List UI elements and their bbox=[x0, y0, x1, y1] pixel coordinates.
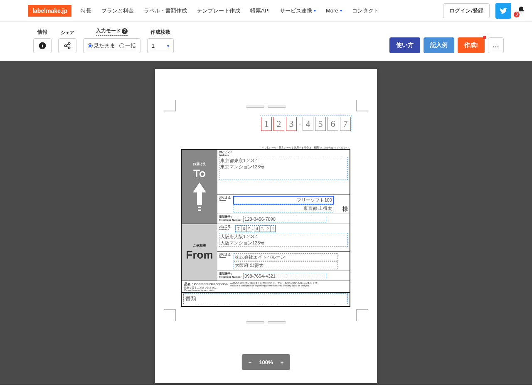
svg-rect-7 bbox=[198, 207, 201, 208]
field-label: おところ:Address bbox=[219, 225, 232, 231]
postal-cell[interactable]: 5 bbox=[315, 117, 326, 131]
mode-visual[interactable]: 見たまま bbox=[88, 42, 115, 49]
field-label: おなまえ:Name bbox=[219, 253, 232, 259]
svg-line-6 bbox=[66, 46, 68, 47]
toolbar-right: 使い方 記入例 作成! … bbox=[389, 37, 504, 53]
share-label: シェア bbox=[61, 30, 74, 36]
svg-point-3 bbox=[64, 45, 66, 47]
nav-more[interactable]: More▾ bbox=[326, 7, 342, 14]
crop-mark bbox=[356, 100, 368, 111]
from-section: ご依頼主 From おところ:Address 7 6 5 - 4 3 2 bbox=[182, 224, 350, 281]
twitter-button[interactable] bbox=[495, 3, 511, 19]
to-section: お届け先 To おところ:Address 東京都東京1-2-3-4東京マンション… bbox=[182, 150, 350, 224]
notification-badge: 3 bbox=[514, 12, 520, 17]
crop-mark bbox=[246, 321, 264, 323]
postal-cell[interactable]: 3 bbox=[259, 226, 265, 232]
nav-api[interactable]: 帳票API bbox=[250, 7, 270, 15]
to-name-input[interactable]: 東京都 出得太 bbox=[234, 205, 333, 212]
count-label: 作成枚数 bbox=[150, 29, 170, 36]
svg-line-5 bbox=[66, 44, 68, 45]
nav-integrations[interactable]: サービス連携▾ bbox=[280, 7, 316, 15]
share-button[interactable] bbox=[58, 38, 76, 53]
to-fields: おところ:Address 東京都東京1-2-3-4東京マンション123号 おなま… bbox=[217, 150, 350, 224]
dash: - bbox=[298, 120, 301, 128]
to-tel-input[interactable]: 123-3456-7890 bbox=[243, 216, 326, 222]
nav-pricing[interactable]: プランと料金 bbox=[101, 7, 134, 15]
postal-cell[interactable]: 6 bbox=[328, 117, 338, 131]
from-address-input[interactable]: 大阪府大阪1-2-3-4大阪マンション123号 bbox=[219, 233, 348, 247]
nav-features[interactable]: 特長 bbox=[81, 7, 91, 15]
svg-rect-8 bbox=[198, 210, 201, 211]
help-icon[interactable]: ? bbox=[122, 28, 128, 34]
dots-icon: … bbox=[493, 42, 499, 49]
crop-mark bbox=[164, 100, 176, 111]
nav-template-create[interactable]: テンプレート作成 bbox=[197, 7, 240, 15]
postal-cell[interactable]: 2 bbox=[265, 226, 270, 232]
share-icon bbox=[64, 42, 71, 49]
from-name-input[interactable]: 大阪府 出得太 bbox=[234, 261, 337, 269]
postal-cell[interactable]: 1 bbox=[270, 226, 276, 232]
notifications-button[interactable]: 3 bbox=[517, 6, 525, 16]
field-label: おところ:Address bbox=[219, 150, 348, 156]
to-address-row: おところ:Address 東京都東京1-2-3-4東京マンション123号 bbox=[217, 150, 350, 195]
info-icon: i bbox=[38, 42, 47, 50]
from-company-input[interactable]: 株式会社エイトバルーン bbox=[234, 253, 337, 261]
info-button[interactable]: i bbox=[33, 38, 52, 53]
example-button[interactable]: 記入例 bbox=[424, 37, 454, 53]
chevron-down-icon: ▾ bbox=[340, 8, 342, 13]
to-address-input[interactable]: 東京都東京1-2-3-4東京マンション123号 bbox=[219, 157, 348, 180]
header-left: labelmake.jp 特長 プランと料金 ラベル・書類作成 テンプレート作成… bbox=[28, 5, 379, 17]
contents-input[interactable]: 書類 bbox=[183, 293, 348, 304]
zoom-control: − 100% + bbox=[242, 354, 290, 370]
radio-on-icon bbox=[88, 43, 93, 48]
mode-bulk[interactable]: 一括 bbox=[119, 42, 136, 49]
nav-contact[interactable]: コンタクト bbox=[352, 7, 379, 15]
howto-button[interactable]: 使い方 bbox=[389, 37, 420, 53]
postal-cell[interactable]: 7 bbox=[340, 117, 351, 131]
contents-label: 品名：Contents Description bbox=[184, 282, 228, 286]
postal-cell[interactable]: 7 bbox=[236, 226, 241, 232]
crop-mark bbox=[268, 106, 286, 108]
from-tel-row: 電話番号:Telephone Number 098-7654-4321 bbox=[217, 271, 350, 281]
postal-cell[interactable]: 3 bbox=[286, 117, 297, 131]
contents-note2en: Cannot be used to send cash. bbox=[184, 289, 228, 291]
to-company-input[interactable]: フリーソフト100 bbox=[234, 196, 333, 204]
to-postal-code[interactable]: 1 2 3 - 4 5 6 7 bbox=[260, 116, 352, 132]
postal-cell[interactable]: 1 bbox=[261, 117, 272, 131]
mode-label: 入力モード? bbox=[96, 27, 128, 36]
postal-cell[interactable]: 4 bbox=[254, 226, 259, 232]
zoom-in-button[interactable]: + bbox=[281, 359, 284, 365]
info-group: 情報 i bbox=[33, 29, 52, 53]
from-name-row: おなまえ:Name 株式会社エイトバルーン 大阪府 出得太 bbox=[217, 252, 350, 271]
crop-mark bbox=[356, 309, 368, 321]
postal-cell[interactable]: 5 bbox=[246, 226, 252, 232]
page[interactable]: 1 2 3 - 4 5 6 7 ※て名シール、荷主シールを使用する場合は、範囲内… bbox=[155, 69, 377, 383]
twitter-icon bbox=[500, 7, 507, 15]
toolbar-left: 情報 i シェア 入力モード? 見たまま 一括 作成枚数 1▾ bbox=[33, 27, 174, 53]
sama-label: 様 bbox=[342, 205, 348, 213]
canvas-area: 1 2 3 - 4 5 6 7 ※て名シール、荷主シールを使用する場合は、範囲内… bbox=[0, 61, 532, 385]
from-address-row: おところ:Address 7 6 5 - 4 3 2 1 大阪府大阪1-2-3-… bbox=[217, 224, 350, 252]
postal-cell[interactable]: 4 bbox=[303, 117, 313, 131]
zoom-out-button[interactable]: − bbox=[249, 359, 252, 365]
nav-label-create[interactable]: ラベル・書類作成 bbox=[144, 7, 187, 15]
mode-group: 入力モード? 見たまま 一括 bbox=[83, 27, 140, 53]
header-right: ログイン/登録 3 bbox=[443, 3, 525, 19]
postal-cell[interactable]: 2 bbox=[273, 117, 284, 131]
from-sub: ご依頼主 bbox=[193, 243, 206, 248]
login-button[interactable]: ログイン/登録 bbox=[443, 3, 490, 18]
toolbar: 情報 i シェア 入力モード? 見たまま 一括 作成枚数 1▾ 使い方 記入例 … bbox=[0, 22, 532, 61]
from-postal-code[interactable]: 7 6 5 - 4 3 2 1 bbox=[235, 225, 276, 232]
chevron-down-icon: ▾ bbox=[167, 44, 169, 48]
from-side: ご依頼主 From bbox=[182, 224, 217, 281]
logo[interactable]: labelmake.jp bbox=[28, 5, 71, 17]
postal-cell[interactable]: 6 bbox=[241, 226, 246, 232]
mode-selector: 見たまま 一括 bbox=[83, 38, 140, 53]
shipping-form: お届け先 To おところ:Address 東京都東京1-2-3-4東京マンション… bbox=[181, 149, 350, 307]
from-tel-input[interactable]: 098-7654-4321 bbox=[243, 273, 326, 279]
crop-mark bbox=[268, 321, 286, 323]
create-button[interactable]: 作成! bbox=[458, 37, 485, 53]
svg-point-4 bbox=[68, 47, 70, 49]
more-button[interactable]: … bbox=[488, 37, 504, 53]
count-select[interactable]: 1▾ bbox=[147, 38, 174, 53]
